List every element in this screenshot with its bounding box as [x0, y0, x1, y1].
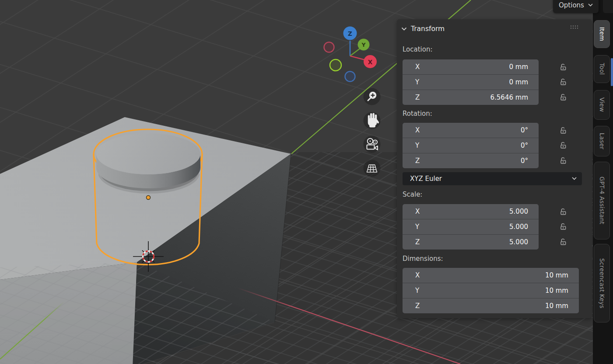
chevron-down-icon: [572, 177, 577, 180]
drag-handle-icon[interactable]: [570, 25, 579, 29]
tab-laser[interactable]: Laser: [594, 126, 610, 156]
tab-item[interactable]: Item: [594, 20, 610, 48]
dimensions-y-field[interactable]: Y 10 mm: [403, 283, 579, 298]
scroll-indicator[interactable]: [611, 58, 613, 86]
rotation-x-field[interactable]: X 0°: [403, 123, 539, 138]
dimensions-label: Dimensions:: [403, 255, 443, 263]
sidebar-tab-strip: Item Tool View Laser GPT-4 Assistant Scr…: [593, 0, 613, 364]
unlock-icon[interactable]: [559, 222, 567, 231]
scale-label: Scale:: [403, 191, 422, 198]
unlock-icon[interactable]: [559, 77, 567, 86]
svg-text:X: X: [368, 59, 373, 66]
location-y-field[interactable]: Y 0 mm: [403, 74, 539, 90]
camera-view-button[interactable]: [364, 136, 381, 153]
location-label: Location:: [403, 45, 433, 53]
gizmo-neg-y-ball[interactable]: [330, 59, 341, 71]
gizmo-neg-x-ball[interactable]: [324, 42, 334, 52]
gizmo-neg-z-ball[interactable]: [345, 72, 355, 82]
unlock-icon[interactable]: [559, 126, 567, 135]
dimensions-z-field[interactable]: Z 10 mm: [403, 298, 579, 313]
tab-view[interactable]: View: [594, 90, 610, 120]
collapse-chevron-icon[interactable]: [401, 27, 407, 31]
scale-z-field[interactable]: Z 5.000: [403, 234, 539, 250]
scale-y-field[interactable]: Y 5.000: [403, 219, 539, 234]
rotation-label: Rotation:: [403, 110, 432, 118]
unlock-icon[interactable]: [559, 141, 567, 149]
pan-button[interactable]: [364, 112, 381, 129]
unlock-icon[interactable]: [559, 207, 567, 216]
location-x-field[interactable]: X 0 mm: [403, 59, 539, 74]
grid-toggle-button[interactable]: [364, 160, 381, 177]
chevron-down-icon: [588, 3, 593, 7]
svg-text:Y: Y: [361, 42, 366, 48]
tab-gpt4-assistant[interactable]: GPT-4 Assistant: [594, 162, 610, 239]
options-button[interactable]: Options: [553, 0, 599, 13]
blender-3d-viewport: Z Y X: [0, 0, 613, 364]
svg-text:Z: Z: [348, 30, 352, 37]
gizmo-z-axis-ball[interactable]: Z: [343, 27, 357, 40]
unlock-icon[interactable]: [559, 93, 567, 101]
unlock-icon[interactable]: [559, 156, 567, 165]
dimensions-x-field[interactable]: X 10 mm: [403, 268, 579, 283]
tab-tool[interactable]: Tool: [594, 55, 610, 83]
rotation-mode-dropdown[interactable]: XYZ Euler: [403, 172, 582, 185]
rotation-z-field[interactable]: Z 0°: [403, 153, 539, 168]
unlock-icon[interactable]: [559, 62, 567, 71]
unlock-icon[interactable]: [559, 237, 567, 246]
rotation-y-field[interactable]: Y 0°: [403, 138, 539, 153]
transform-panel: Transform Location: X 0 mm Y 0 mm Z 6.56…: [397, 19, 592, 318]
puck-top-face: [96, 133, 200, 174]
panel-title[interactable]: Transform: [411, 25, 445, 33]
gizmo-y-axis-ball[interactable]: Y: [358, 39, 370, 51]
scale-x-field[interactable]: X 5.000: [403, 204, 539, 219]
gizmo-x-axis-ball[interactable]: X: [364, 55, 377, 68]
location-z-field[interactable]: Z 6.5646 mm: [403, 90, 539, 105]
zoom-button[interactable]: [364, 88, 381, 105]
puck-cylinder-object[interactable]: [96, 133, 200, 191]
tab-screencast-keys[interactable]: Screencast Keys: [594, 244, 610, 322]
object-origin-dot: [147, 196, 151, 200]
header-corner: [603, 0, 613, 13]
